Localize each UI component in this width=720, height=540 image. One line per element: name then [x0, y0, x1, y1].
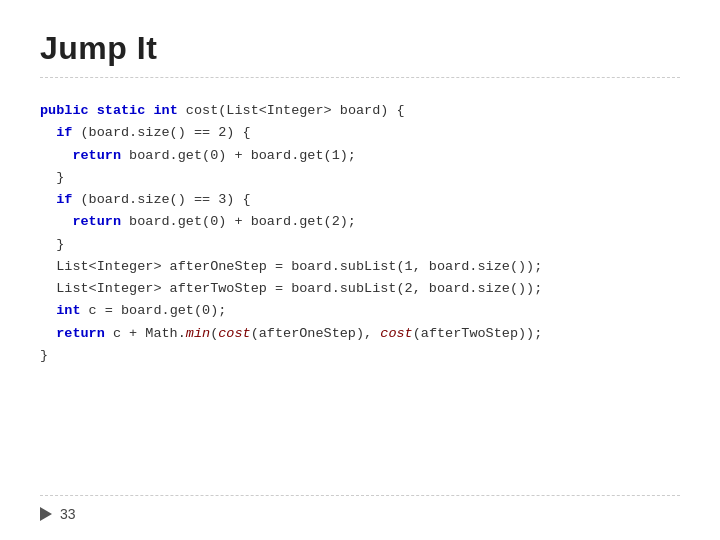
code-line-10: int c = board.get(0);: [40, 300, 680, 322]
slide-container: Jump It public static int cost(List<Inte…: [0, 0, 720, 540]
code-line-6: return board.get(0) + board.get(2);: [40, 211, 680, 233]
code-line-12: }: [40, 345, 680, 367]
code-line-1: public static int cost(List<Integer> boa…: [40, 100, 680, 122]
code-line-7: }: [40, 234, 680, 256]
code-line-5: if (board.size() == 3) {: [40, 189, 680, 211]
slide-number-row: 33: [40, 506, 680, 522]
code-line-3: return board.get(0) + board.get(1);: [40, 145, 680, 167]
code-line-2: if (board.size() == 2) {: [40, 122, 680, 144]
code-line-8: List<Integer> afterOneStep = board.subLi…: [40, 256, 680, 278]
code-line-4: }: [40, 167, 680, 189]
code-block: public static int cost(List<Integer> boa…: [40, 100, 680, 367]
title-divider: [40, 77, 680, 78]
slide-number: 33: [60, 506, 76, 522]
bottom-area: 33: [0, 495, 720, 540]
bottom-divider: [40, 495, 680, 496]
slide-title: Jump It: [40, 30, 680, 67]
code-line-9: List<Integer> afterTwoStep = board.subLi…: [40, 278, 680, 300]
code-line-11: return c + Math.min(cost(afterOneStep), …: [40, 323, 680, 345]
play-icon: [40, 507, 52, 521]
